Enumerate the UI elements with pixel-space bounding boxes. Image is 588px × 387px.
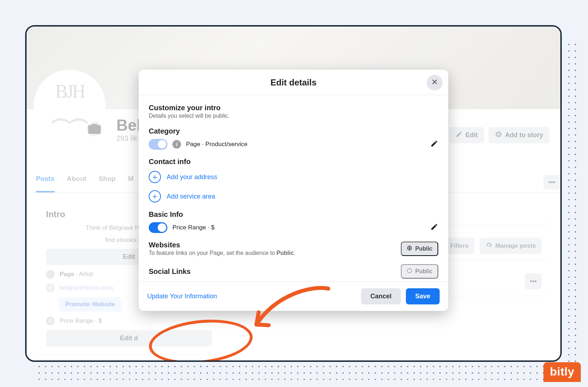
edit-basic-button[interactable]	[430, 223, 438, 233]
close-icon	[431, 78, 438, 87]
tab-posts[interactable]: Posts	[36, 175, 55, 192]
cancel-button[interactable]: Cancel	[361, 288, 401, 304]
avatar[interactable]: BJH	[34, 70, 106, 141]
intro-subtext: Details you select will be public.	[149, 113, 438, 119]
close-button[interactable]	[427, 75, 443, 90]
globe-icon	[407, 245, 412, 252]
section-category: Category i Page · Product/service	[149, 127, 438, 150]
tab-shop[interactable]: Shop	[99, 175, 116, 192]
section-websites: Websites To feature links on your Page, …	[149, 241, 438, 256]
section-intro: Customize your intro Details you select …	[149, 104, 438, 119]
contact-heading: Contact info	[149, 158, 438, 166]
category-toggle[interactable]	[149, 139, 167, 150]
intro-website-link[interactable]: belgravehouse.com	[60, 284, 113, 292]
add-service-area-button[interactable]: ＋ Add service area	[149, 190, 438, 202]
intro-category-value: Artist	[79, 271, 93, 278]
screenshot-frame: BJH Belg 293 lik e Edit	[25, 25, 562, 362]
basic-heading: Basic Info	[149, 210, 438, 219]
edit-details-trigger[interactable]: Edit d	[46, 330, 212, 346]
info-icon[interactable]: i	[172, 140, 181, 149]
plus-icon: ＋	[149, 171, 161, 183]
ellipsis-icon: •••	[548, 178, 555, 186]
save-button[interactable]: Save	[406, 288, 440, 304]
websites-audience-label: Public	[415, 246, 432, 252]
header-actions: e Edit Add to story	[431, 127, 550, 143]
tab-about[interactable]: About	[67, 175, 87, 192]
websites-audience-button[interactable]: Public	[401, 242, 438, 256]
more-button[interactable]: •••	[543, 175, 560, 190]
modal-footer: Update Your Information Cancel Save	[139, 281, 448, 311]
gear-icon	[485, 241, 492, 250]
intro-price-label: Price Range	[60, 317, 93, 324]
intro-price-value: $	[98, 317, 102, 324]
plus-icon: ＋	[149, 190, 161, 202]
intro-heading: Customize your intro	[149, 104, 438, 112]
update-your-information-link[interactable]: Update Your Information	[147, 293, 217, 300]
edit-category-button[interactable]	[430, 140, 438, 149]
basic-value: Price Range · $	[172, 224, 425, 231]
open-book-icon	[48, 102, 91, 131]
category-heading: Category	[149, 127, 438, 135]
ellipsis-icon: •••	[530, 278, 537, 285]
tab-more[interactable]: M	[128, 175, 134, 192]
plus-circle-icon	[495, 131, 502, 140]
basic-toggle[interactable]	[149, 222, 167, 233]
edit-details-modal: Edit details Customize your intro Detail…	[139, 70, 448, 311]
section-basic-info: Basic Info Price Range · $	[149, 210, 438, 233]
svg-point-4	[407, 269, 412, 273]
section-social-links: Social Links Public	[149, 264, 438, 279]
bitly-badge: bitly	[543, 362, 581, 382]
social-heading: Social Links	[149, 267, 396, 276]
avatar-monogram: BJH	[55, 81, 84, 102]
add-to-story-label: Add to story	[505, 131, 543, 139]
edit-button-label: Edit	[466, 131, 478, 139]
intro-category-label: Page	[60, 271, 74, 278]
social-audience-button[interactable]: Public	[401, 264, 438, 279]
modal-title-bar: Edit details	[139, 70, 448, 95]
category-value: Page · Product/service	[186, 141, 425, 148]
manage-posts-label: Manage posts	[495, 242, 536, 250]
section-contact: Contact info ＋ Add your address ＋ Add se…	[149, 158, 438, 202]
social-audience-label: Public	[415, 268, 432, 275]
modal-body: Customize your intro Details you select …	[139, 95, 448, 281]
dollar-icon: $	[46, 317, 55, 325]
promote-website-button[interactable]: Promote Website	[59, 297, 122, 312]
filters-label: Filters	[450, 242, 469, 250]
info-icon: i	[46, 270, 55, 279]
decorative-dots-right	[566, 41, 581, 364]
edit-button[interactable]: Edit	[449, 127, 484, 143]
websites-subtext: To feature links on your Page, set the a…	[149, 250, 396, 256]
websites-heading: Websites	[149, 241, 396, 249]
add-service-area-label: Add service area	[167, 193, 215, 200]
intro-price-row: $ Price Range · $	[46, 317, 212, 325]
globe-icon	[46, 284, 55, 292]
feed-more-button[interactable]: •••	[525, 273, 542, 289]
modal-title: Edit details	[270, 78, 316, 87]
add-address-label: Add your address	[167, 173, 217, 181]
manage-posts-button[interactable]: Manage posts	[480, 238, 542, 254]
globe-icon	[407, 268, 412, 275]
add-address-button[interactable]: ＋ Add your address	[149, 171, 438, 183]
decorative-dots-bottom	[36, 363, 568, 380]
pencil-icon	[455, 131, 463, 140]
camera-icon[interactable]	[87, 121, 102, 136]
add-to-story-button[interactable]: Add to story	[489, 127, 550, 143]
